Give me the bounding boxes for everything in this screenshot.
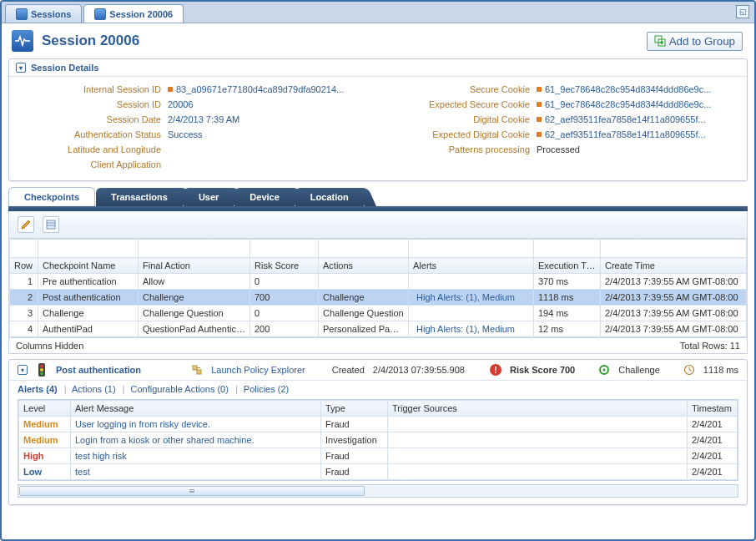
alert-timestamp: 2/4/201: [688, 448, 738, 464]
table-row[interactable]: Hightest high riskFraud2/4/201: [19, 448, 738, 464]
column-header[interactable]: Final Action: [139, 258, 250, 274]
column-header[interactable]: Risk Score: [250, 258, 319, 274]
tab-transactions[interactable]: Transactions: [96, 188, 183, 206]
filter-cell[interactable]: [38, 240, 139, 258]
created-value: 2/4/2013 07:39:55.908: [373, 365, 465, 375]
view-tool-button[interactable]: [43, 216, 59, 233]
filter-cell[interactable]: [534, 240, 601, 258]
detail-value: 20006: [168, 99, 194, 109]
add-to-group-button[interactable]: Add to Group: [647, 32, 743, 51]
detail-label: Session Date: [18, 114, 168, 124]
risk-alert-icon: !: [490, 364, 501, 376]
alert-trigger: [388, 432, 688, 448]
detail-row: Internal Session ID83_a09671e77180d4ca89…: [18, 82, 370, 97]
column-header[interactable]: Create Time: [601, 258, 747, 274]
cell: 194 ms: [534, 306, 601, 321]
column-header[interactable]: Alerts: [409, 258, 534, 274]
cell: 2/4/2013 7:39:55 AM GMT-08:00: [601, 306, 747, 321]
detail-label: Expected Digital Cookie: [386, 129, 537, 139]
column-header[interactable]: Trigger Sources: [388, 401, 688, 417]
alert-message[interactable]: Login from a kiosk or other shared machi…: [71, 432, 321, 448]
alert-timestamp: 2/4/201: [688, 432, 738, 448]
table-row[interactable]: MediumLogin from a kiosk or other shared…: [19, 432, 738, 448]
columns-hidden-label: Columns Hidden: [16, 341, 83, 351]
sub-tab-configurable[interactable]: Configurable Actions (0): [131, 384, 229, 394]
tab-label: Sessions: [31, 9, 71, 19]
scrollbar-thumb[interactable]: [19, 486, 365, 496]
column-header[interactable]: Timestam: [688, 401, 738, 417]
session-details-header[interactable]: ▾ Session Details: [9, 59, 747, 77]
detail-row: Latitude and Longitude: [18, 142, 370, 157]
sub-tab-actions[interactable]: Actions (1): [72, 384, 116, 394]
tab-sessions[interactable]: Sessions: [5, 4, 82, 23]
cell: Allow: [139, 274, 250, 290]
alert-level: Medium: [19, 417, 71, 432]
table-row[interactable]: 1Pre authenticationAllow0370 ms2/4/2013 …: [10, 274, 747, 290]
detail-value: 61_9ec78648c28c954d834f4ddd86e9c...: [537, 99, 711, 109]
grid-header-row: RowCheckpoint NameFinal ActionRisk Score…: [10, 258, 747, 274]
detail-row: Session Date2/4/2013 7:39 AM: [18, 112, 370, 127]
cell: [409, 306, 534, 321]
column-header[interactable]: Actions: [319, 258, 409, 274]
chevron-down-icon: ▾: [16, 63, 26, 73]
column-header[interactable]: Alert Message: [71, 401, 321, 417]
details-left-column: Internal Session ID83_a09671e77180d4ca89…: [18, 82, 370, 172]
grid-toolbar: [8, 211, 748, 238]
table-row[interactable]: 2Post authenticationChallenge700Challeng…: [10, 290, 747, 306]
page-title: Session 20006: [42, 33, 139, 49]
table-row[interactable]: LowtestFraud2/4/201: [19, 464, 738, 480]
cell: 700: [250, 290, 319, 306]
clock-icon: [683, 364, 695, 376]
filter-cell[interactable]: [601, 240, 747, 258]
tab-checkpoints[interactable]: Checkpoints: [8, 187, 95, 206]
alert-message[interactable]: User logging in from risky device.: [71, 417, 321, 432]
risk-score-label: Risk Score 700: [510, 365, 575, 375]
horizontal-scrollbar[interactable]: [18, 484, 738, 498]
svg-rect-4: [47, 220, 55, 229]
sub-tab-alerts[interactable]: Alerts (4): [18, 384, 58, 394]
alerts-grid: LevelAlert MessageTypeTrigger SourcesTim…: [18, 399, 738, 481]
alert-message[interactable]: test: [71, 464, 321, 480]
cell: 1118 ms: [534, 290, 601, 306]
alert-type: Fraud: [321, 417, 388, 432]
cell: 2: [10, 290, 38, 306]
launch-policy-explorer-link[interactable]: Launch Policy Explorer: [211, 365, 305, 375]
edit-tool-button[interactable]: [18, 216, 34, 233]
sub-tab-policies[interactable]: Policies (2): [244, 384, 289, 394]
filter-cell[interactable]: [250, 240, 319, 258]
cell: Challenge: [139, 290, 250, 306]
column-header[interactable]: Type: [321, 401, 388, 417]
cell: 3: [10, 306, 38, 321]
cell: Challenge: [38, 306, 139, 321]
detail-value: 2/4/2013 7:39 AM: [168, 114, 239, 124]
cell: 1: [10, 274, 38, 290]
tab-session-detail[interactable]: Session 20006: [83, 4, 184, 23]
chevron-down-icon[interactable]: ▾: [18, 365, 28, 375]
alert-timestamp: 2/4/201: [688, 417, 738, 432]
column-header[interactable]: Checkpoint Name: [38, 258, 139, 274]
tab-user[interactable]: User: [184, 188, 234, 206]
filter-cell[interactable]: [319, 240, 409, 258]
filter-cell[interactable]: [139, 240, 250, 258]
checkpoint-detail-header: ▾ Post authentication Launch Policy Expl…: [9, 360, 747, 381]
table-row[interactable]: MediumUser logging in from risky device.…: [19, 417, 738, 432]
tab-location[interactable]: Location: [295, 188, 364, 206]
filter-cell[interactable]: [409, 240, 534, 258]
filter-cell[interactable]: [10, 240, 38, 258]
column-header[interactable]: Level: [19, 401, 71, 417]
tab-device[interactable]: Device: [234, 188, 294, 206]
window-tabs: Sessions Session 20006 ◱: [2, 2, 754, 23]
gear-icon: [598, 364, 610, 376]
column-header[interactable]: Row: [10, 258, 38, 274]
table-row[interactable]: 3ChallengeChallenge Question0Challenge Q…: [10, 306, 747, 321]
column-header[interactable]: Execution Time: [534, 258, 601, 274]
alert-message[interactable]: test high risk: [71, 448, 321, 464]
alert-type: Investigation: [321, 432, 388, 448]
cell: 2/4/2013 7:39:55 AM GMT-08:00: [601, 321, 747, 337]
grid-filter-row: [10, 240, 747, 258]
restore-window-button[interactable]: ◱: [736, 5, 749, 18]
grid-footer: Columns Hidden Total Rows: 11: [8, 338, 748, 354]
detail-value: Processed: [537, 144, 580, 154]
detail-label: Internal Session ID: [18, 84, 168, 94]
table-row[interactable]: 4AuthentiPadQuestionPad Authenticator200…: [10, 321, 747, 337]
